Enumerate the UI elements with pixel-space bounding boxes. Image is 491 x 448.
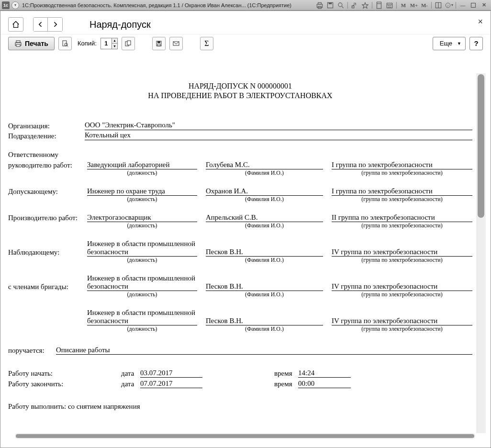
memory-m-plus[interactable]: M+ <box>409 1 419 9</box>
hscroll-thumb[interactable] <box>16 434 474 438</box>
person-name: Охранов И.А. <box>206 187 323 196</box>
sub-post: (должность) <box>87 169 197 177</box>
back-button[interactable] <box>33 18 48 31</box>
person-label: Производителю работ: <box>8 214 87 222</box>
calendar-icon[interactable]: 31 <box>385 1 394 9</box>
svg-rect-30 <box>157 41 160 43</box>
favorite-icon[interactable] <box>360 1 370 9</box>
person-name: Апрельский С.В. <box>206 213 323 222</box>
sub-group: (группа по электробезопасности) <box>332 196 472 203</box>
person-label: руководителю работ: <box>8 161 87 169</box>
svg-rect-8 <box>377 2 381 9</box>
svg-line-6 <box>342 6 343 8</box>
person-label: Наблюдающему: <box>8 248 87 257</box>
copies-spinner[interactable]: ▲ ▼ <box>100 38 118 49</box>
responsible-header: Ответственному <box>8 151 472 159</box>
save-icon[interactable] <box>325 1 335 9</box>
person-post: Инженер в области промышленной безопасно… <box>87 274 197 291</box>
document-content: НАРЯД-ДОПУСК N 000000001 НА ПРОВЕДЕНИЕ Р… <box>5 73 475 433</box>
close-page-button[interactable]: × <box>478 17 483 27</box>
person-sub-row: (должность)(Фамилия И.О.)(группа по элек… <box>8 325 472 333</box>
person-row: Допускающему:Инженер по охране трудаОхра… <box>8 187 472 196</box>
home-button[interactable] <box>8 17 23 32</box>
vscroll-thumb[interactable] <box>478 74 484 218</box>
panels-icon[interactable] <box>434 1 443 9</box>
sum-button[interactable]: Σ <box>200 37 213 50</box>
doc-title-2: НА ПРОВЕДЕНИЕ РАБОТ В ЭЛЕКТРОУСТАНОВКАХ <box>8 91 472 100</box>
preview-button[interactable] <box>58 37 72 50</box>
sub-group: (группа по электробезопасности) <box>332 325 472 333</box>
date-label-1: дата <box>121 370 140 378</box>
doc-title-1: НАРЯД-ДОПУСК N 000000001 <box>8 82 472 90</box>
person-post: Электрогазосварщик <box>87 213 197 222</box>
chevron-down-icon: ▼ <box>457 41 461 46</box>
time-label-1: время <box>274 370 298 378</box>
maximize-button[interactable] <box>469 1 478 9</box>
app-menu-dropdown[interactable]: ▾ <box>11 1 19 9</box>
help-button[interactable]: ? <box>469 37 483 50</box>
person-post: Инженер по охране труда <box>87 187 197 196</box>
sub-post: (должность) <box>87 196 197 203</box>
sub-name: (Фамилия И.О.) <box>206 257 323 264</box>
svg-rect-22 <box>16 41 20 43</box>
close-button[interactable]: ✕ <box>479 1 489 9</box>
person-name: Голубева М.С. <box>206 161 323 169</box>
sub-post: (должность) <box>87 222 197 229</box>
start-date: 03.07.2017 <box>140 369 202 378</box>
link-icon[interactable] <box>350 1 359 9</box>
svg-point-5 <box>338 2 342 6</box>
memory-m-minus[interactable]: M- <box>420 1 429 9</box>
end-label: Работу закончить: <box>8 380 121 388</box>
person-row: Производителю работ:ЭлектрогазосварщикАп… <box>8 213 472 222</box>
email-button[interactable] <box>169 37 183 50</box>
sub-name: (Фамилия И.О.) <box>206 169 323 177</box>
sub-post: (должность) <box>87 291 197 298</box>
org-value: ООО "Электрик-Ставрополь" <box>85 121 472 130</box>
person-name: Песков В.Н. <box>206 317 323 325</box>
person-sub-row: (должность)(Фамилия И.О.)(группа по элек… <box>8 291 472 298</box>
task-value: Описание работы <box>56 346 472 355</box>
person-name: Песков В.Н. <box>206 282 323 291</box>
person-name: Песков В.Н. <box>206 248 323 257</box>
spinner-down[interactable]: ▼ <box>112 44 117 49</box>
person-group: IV группа по электробезопасности <box>332 317 472 325</box>
collate-button[interactable] <box>122 37 135 50</box>
svg-rect-1 <box>318 2 322 4</box>
dept-value: Котельный цех <box>85 131 472 140</box>
sub-post: (должность) <box>87 257 197 264</box>
copies-label: Копий: <box>78 40 97 47</box>
print-button-label: Печать <box>25 40 48 47</box>
print-button[interactable]: Печать <box>8 37 55 50</box>
svg-rect-20 <box>471 3 476 7</box>
copies-input[interactable] <box>101 38 112 49</box>
save-button[interactable] <box>152 37 166 50</box>
calculator-icon[interactable] <box>374 1 384 9</box>
sub-name: (Фамилия И.О.) <box>206 325 323 333</box>
end-time: 00:00 <box>298 380 351 388</box>
svg-rect-4 <box>329 2 332 4</box>
sub-post: (должность) <box>87 325 197 333</box>
person-label: Допускающему: <box>8 188 87 196</box>
person-sub-row: (должность)(Фамилия И.О.)(группа по элек… <box>8 222 472 229</box>
person-group: IV группа по электробезопасности <box>332 282 472 291</box>
sub-name: (Фамилия И.О.) <box>206 291 323 298</box>
forward-button[interactable] <box>48 18 62 31</box>
svg-rect-28 <box>127 41 131 45</box>
info-icon[interactable]: i▾ <box>444 1 454 9</box>
vertical-scrollbar[interactable] <box>476 73 486 433</box>
start-time: 14:24 <box>298 369 351 378</box>
start-label: Работу начать: <box>8 370 121 378</box>
date-label-2: дата <box>121 380 140 388</box>
person-group: II группа по электробезопасности <box>332 213 472 222</box>
horizontal-scrollbar[interactable] <box>15 433 475 439</box>
org-label: Организация: <box>8 122 85 130</box>
person-row: руководителю работ:Заведующий лаборатори… <box>8 161 472 169</box>
spinner-up[interactable]: ▲ <box>112 38 117 44</box>
more-button[interactable]: Еще ▼ <box>433 37 466 50</box>
svg-text:31: 31 <box>388 5 391 8</box>
minimize-button[interactable]: — <box>458 1 468 9</box>
print-icon[interactable] <box>315 1 324 9</box>
search-icon[interactable] <box>336 1 346 9</box>
memory-m[interactable]: M <box>399 1 408 9</box>
person-sub-row: (должность)(Фамилия И.О.)(группа по элек… <box>8 196 472 203</box>
